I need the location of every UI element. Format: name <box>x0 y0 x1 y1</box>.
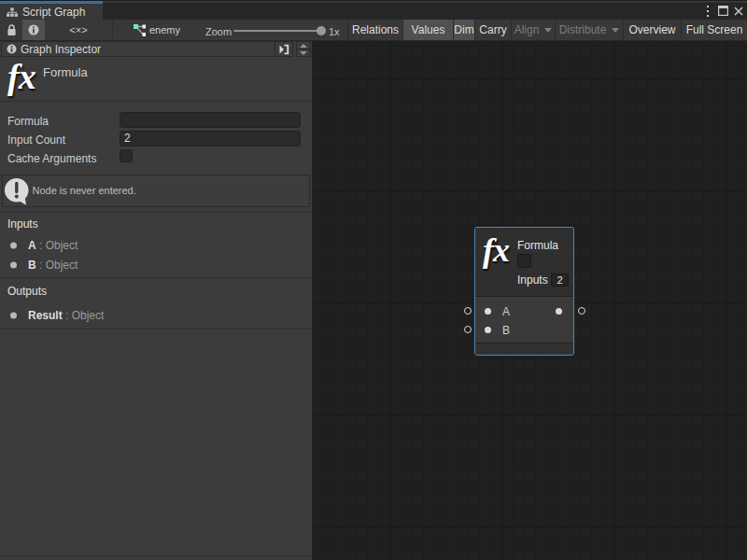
zoom-slider[interactable] <box>233 30 322 32</box>
input-count-field-row: Input Count 2 <box>0 130 312 148</box>
window-close-button[interactable] <box>734 1 743 21</box>
window-maximize-button[interactable] <box>718 1 728 21</box>
input-port-row-b: B : Object <box>0 259 312 272</box>
chevron-down-icon <box>544 28 552 33</box>
node-inputs-label: Inputs <box>517 273 548 287</box>
triangle-down-icon <box>300 51 307 55</box>
window-more-button[interactable] <box>706 1 710 21</box>
zoom-knob[interactable] <box>317 26 326 35</box>
tab-script-graph[interactable]: Script Graph <box>0 1 103 21</box>
toolbar-button-fullscreen[interactable]: Full Screen <box>681 20 747 40</box>
inspector-header-title: Graph Inspector <box>21 43 101 56</box>
divider <box>0 329 312 329</box>
formula-field-row: Formula <box>0 111 312 130</box>
toolbar-button-align[interactable]: Align <box>511 20 555 40</box>
graph-inspector-panel: Graph Inspector fx Formula Formula Input… <box>0 41 313 560</box>
output-port-result[interactable] <box>556 308 562 315</box>
warning-bubble-icon <box>5 178 29 206</box>
toolbar-button-carry[interactable]: Carry <box>474 20 511 40</box>
graph-reference[interactable]: enemy <box>113 20 180 40</box>
port-bullet-icon <box>10 262 17 269</box>
script-graph-icon <box>7 7 18 18</box>
reference-label: enemy <box>149 24 180 35</box>
cache-arguments-field-row: Cache Arguments <box>0 148 312 167</box>
toolbar-buttons: Relations Values Dim Carry Align Distrib… <box>347 20 747 40</box>
maximize-icon <box>718 6 728 16</box>
input-count-field-label: Input Count <box>7 133 65 147</box>
inspector-header: Graph Inspector <box>1 41 293 57</box>
kebab-icon <box>706 6 710 17</box>
toolbar-button-values[interactable]: Values <box>402 20 453 40</box>
port-b-label: B <box>502 324 510 337</box>
inspector-toggle-button[interactable] <box>22 20 45 40</box>
outputs-section-title: Outputs <box>7 285 47 298</box>
lock-icon <box>7 24 17 36</box>
formula-field-input[interactable] <box>120 112 301 128</box>
close-icon <box>734 7 743 16</box>
formula-node[interactable]: fx Formula Inputs 2 A B <box>474 227 574 356</box>
inspector-node-title: Formula <box>43 65 88 79</box>
node-inputs-value[interactable]: 2 <box>551 273 569 287</box>
toolbar-button-distribute[interactable]: Distribute <box>555 20 623 40</box>
formula-node-input-box[interactable] <box>517 254 531 268</box>
formula-node-body: A B <box>475 296 573 343</box>
toolbar-button-overview[interactable]: Overview <box>623 20 681 40</box>
triangle-up-icon <box>300 44 307 48</box>
input-port-a[interactable] <box>485 308 491 315</box>
toolbar-button-relations[interactable]: Relations <box>347 20 402 40</box>
inspector-fields: Formula Input Count 2 Cache Arguments <box>0 103 312 167</box>
cache-arguments-field-label: Cache Arguments <box>7 152 96 165</box>
formula-node-title: Formula <box>517 239 558 252</box>
port-bullet-icon <box>10 313 17 319</box>
info-icon <box>7 44 17 54</box>
divider <box>0 277 312 278</box>
input-port-b[interactable] <box>485 327 491 333</box>
toolbar-button-dim[interactable]: Dim <box>453 20 474 40</box>
connector-circle-result[interactable] <box>578 307 585 315</box>
info-icon <box>28 24 39 35</box>
warning-text: Node is never entered. <box>33 185 136 196</box>
formula-fx-icon: fx <box>483 233 509 267</box>
formula-field-label: Formula <box>7 115 49 128</box>
inspector-maximize-button[interactable] <box>275 42 292 56</box>
code-icon: <×> <box>69 24 87 35</box>
graph-toolbar: <×> enemy Zoom 1x Relations Values Dim C… <box>0 20 747 41</box>
code-preview-button[interactable]: <×> <box>45 20 112 40</box>
graph-pointer-icon <box>134 23 146 36</box>
inspector-title-block: fx Formula <box>0 57 312 102</box>
spin-down-button[interactable] <box>297 49 310 56</box>
output-port-row-result: Result : Object <box>0 309 312 322</box>
port-a-label: A <box>502 305 510 318</box>
input-port-row-a: A : Object <box>0 239 312 252</box>
formula-node-header: fx Formula Inputs 2 <box>475 228 573 296</box>
tab-strip: Script Graph <box>0 0 747 20</box>
inputs-section-title: Inputs <box>7 217 38 231</box>
dock-right-icon <box>279 44 289 55</box>
port-bullet-icon <box>10 243 17 249</box>
divider <box>0 212 312 213</box>
formula-node-footer <box>475 343 573 356</box>
warning-box: Node is never entered. <box>2 175 310 207</box>
divider <box>0 555 312 556</box>
zoom-label: Zoom <box>205 26 232 37</box>
chevron-down-icon <box>612 28 619 33</box>
connector-circle-b[interactable] <box>464 326 472 333</box>
panel-spinner <box>296 41 311 57</box>
script-graph-window: Script Graph <box>0 0 747 560</box>
tab-title: Script Graph <box>22 6 85 19</box>
zoom-value: 1x <box>329 26 340 37</box>
spin-up-button[interactable] <box>297 42 310 49</box>
formula-fx-icon: fx <box>7 59 35 94</box>
cache-arguments-checkbox[interactable] <box>120 149 133 162</box>
lock-button[interactable] <box>0 20 22 40</box>
connector-circle-a[interactable] <box>464 307 472 315</box>
input-count-field-input[interactable]: 2 <box>120 131 301 147</box>
